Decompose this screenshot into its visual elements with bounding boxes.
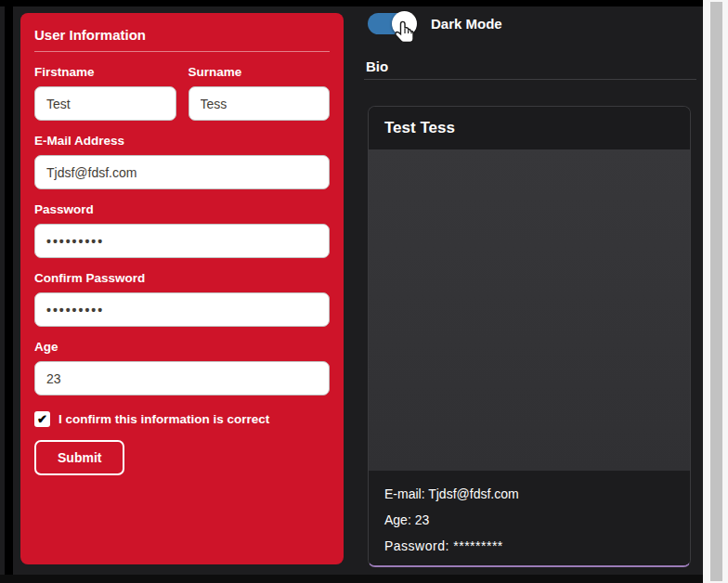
firstname-label: Firstname [34,65,176,79]
bio-age-line: Age: 23 [384,507,674,533]
email-input[interactable] [34,155,330,189]
firstname-input[interactable] [34,86,176,121]
password-input[interactable] [34,224,330,258]
bio-card-title: Test Tess [384,119,455,137]
checkmark-icon: ✔ [37,412,47,426]
email-label: E-Mail Address [34,134,330,148]
bio-heading: Bio [366,58,388,74]
confirm-password-input[interactable] [34,292,330,327]
submit-button[interactable]: Submit [34,440,124,475]
scrollbar-track[interactable] [703,0,728,583]
panel-title: User Information [34,27,330,52]
surname-input[interactable] [188,86,331,121]
window-frame-bottom [0,575,703,583]
password-label: Password [34,202,330,216]
window-frame-left [5,2,13,575]
bio-card-header: Test Tess [369,107,690,149]
toggle-knob-icon[interactable] [392,11,417,36]
user-information-panel: User Information Firstname Surname E-Mai… [20,13,344,564]
dark-mode-row: Dark Mode [368,13,502,34]
age-input[interactable] [34,361,330,395]
confirm-checkbox-label[interactable]: I confirm this information is correct [58,412,269,426]
confirm-password-label: Confirm Password [34,271,330,285]
bio-card-image-placeholder [369,149,690,471]
dark-mode-toggle[interactable] [368,13,415,34]
dark-mode-label: Dark Mode [431,16,502,32]
window-frame-top [0,0,703,6]
surname-label: Surname [188,65,331,79]
bio-divider [364,79,696,80]
bio-password-line: Password: ********* [384,533,674,559]
confirm-checkbox[interactable]: ✔ [34,411,50,427]
bio-card: Test Tess E-mail: Tjdsf@fdsf.com Age: 23… [368,106,691,567]
scrollbar-thumb[interactable] [710,2,722,581]
bio-email-line: E-mail: Tjdsf@fdsf.com [384,481,674,507]
bio-card-footer: E-mail: Tjdsf@fdsf.com Age: 23 Password:… [369,471,690,565]
age-label: Age [34,340,330,354]
